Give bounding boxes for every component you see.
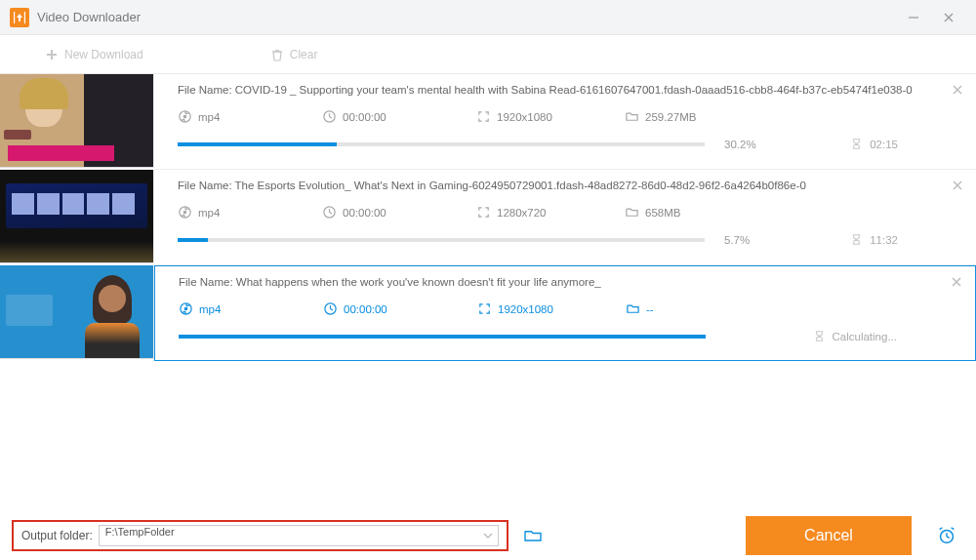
progress-bar [178,142,705,146]
progress-row: 30.2% 02:15 [178,138,956,150]
app-icon [10,8,29,27]
dropdown-arrow-icon [480,528,496,543]
svg-line-34 [947,537,950,538]
svg-point-28 [184,307,186,309]
download-item-body: File Name: COVID-19 _ Supporting your te… [154,74,976,170]
clear-button[interactable]: Clear [270,48,318,61]
output-folder-value: F:\TempFolder [105,526,175,538]
minimize-button[interactable] [896,6,931,29]
progress-fill [179,335,706,339]
eta-meta: 02:15 [850,138,898,150]
thumbnail [0,74,154,168]
filesize-meta: 658MB [625,205,771,220]
clear-label: Clear [290,48,318,61]
meta-row: mp4 00:00:00 1920x1080 259.27MB [178,109,956,124]
eta-meta: 11:32 [850,233,898,246]
cancel-button[interactable]: Cancel [746,516,912,555]
resolution-meta: 1920x1080 [476,109,617,124]
filesize-meta: 259.27MB [625,109,771,124]
resolution-meta: 1920x1080 [477,301,618,316]
meta-row: mp4 00:00:00 1280x720 658MB [178,205,956,220]
alarm-button[interactable] [929,518,964,553]
new-download-button[interactable]: New Download [45,48,143,61]
eta-meta: Calculating... [813,330,897,342]
download-item-body: File Name: The Esports Evolution_ What's… [154,170,976,265]
remove-item-button[interactable] [953,84,962,98]
progress-row: 5.7% 11:32 [178,233,956,246]
download-item[interactable]: File Name: What happens when the work yo… [0,265,976,361]
app-title: Video Downloader [37,10,141,24]
percent-label: 5.7% [724,234,773,246]
progress-fill [178,142,337,146]
thumbnail [0,170,154,263]
download-item[interactable]: File Name: COVID-19 _ Supporting your te… [0,74,976,170]
svg-point-14 [183,115,185,117]
output-folder-label: Output folder: [21,529,93,542]
svg-rect-1 [24,12,25,23]
titlebar: Video Downloader [0,0,976,35]
progress-bar [179,335,706,339]
download-list: File Name: COVID-19 _ Supporting your te… [0,74,976,511]
svg-line-24 [330,213,332,214]
svg-line-31 [331,309,333,310]
format-meta: mp4 [178,109,314,124]
filesize-meta: -- [626,301,772,316]
duration-meta: 00:00:00 [322,109,468,124]
thumbnail [0,265,154,359]
close-button[interactable] [931,6,966,29]
svg-line-17 [330,117,332,118]
progress-row: Calculating... [179,330,956,342]
format-meta: mp4 [179,301,315,316]
browse-folder-button[interactable] [522,525,544,546]
toolbar: New Download Clear [0,35,976,74]
svg-line-36 [952,528,955,530]
remove-item-button[interactable] [953,180,962,193]
svg-line-35 [940,528,943,530]
output-folder-input[interactable]: F:\TempFolder [99,525,499,546]
download-item[interactable]: File Name: The Esports Evolution_ What's… [0,170,976,265]
meta-row: mp4 00:00:00 1920x1080 -- [179,301,956,316]
duration-meta: 00:00:00 [322,205,468,220]
progress-fill [178,238,208,242]
percent-label: 30.2% [724,139,773,150]
filename-label: File Name: What happens when the work yo… [179,276,956,288]
filename-label: File Name: COVID-19 _ Supporting your te… [178,84,956,96]
format-meta: mp4 [178,205,314,220]
svg-point-21 [183,211,185,213]
bottom-bar: Output folder: F:\TempFolder Cancel [0,511,976,560]
resolution-meta: 1280x720 [476,205,617,220]
download-item-body: File Name: What happens when the work yo… [154,265,976,361]
filename-label: File Name: The Esports Evolution_ What's… [178,180,956,191]
new-download-label: New Download [64,48,143,61]
duration-meta: 00:00:00 [323,301,469,316]
progress-bar [178,238,705,242]
output-folder-box: Output folder: F:\TempFolder [12,520,508,551]
svg-rect-0 [14,12,15,23]
remove-item-button[interactable] [952,276,961,290]
